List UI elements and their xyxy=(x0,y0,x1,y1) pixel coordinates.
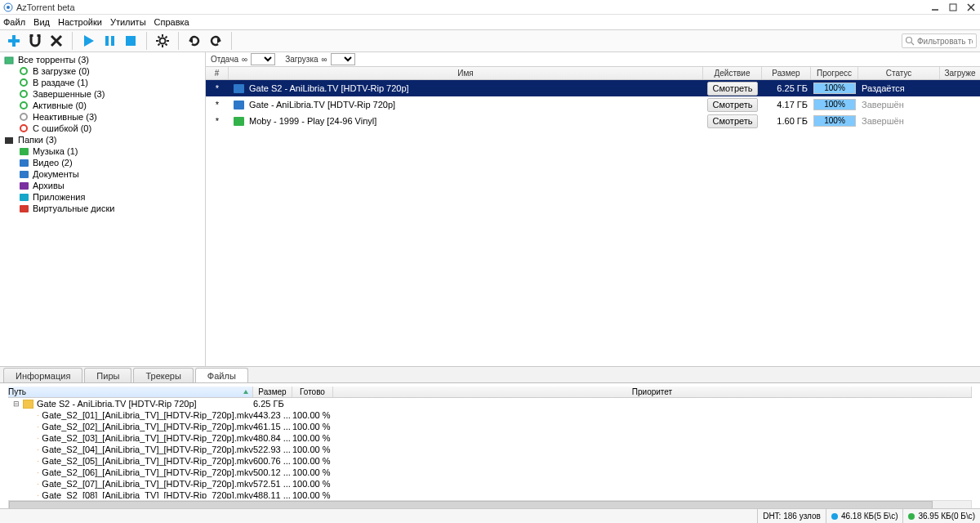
fcol-size[interactable]: Размер xyxy=(253,387,292,397)
svg-line-21 xyxy=(158,37,160,38)
col-idx[interactable]: # xyxy=(206,67,229,79)
torrents-icon xyxy=(3,54,15,65)
col-name[interactable]: Имя xyxy=(229,67,703,79)
sidebar-folder-item[interactable]: Виртуальные диски xyxy=(0,203,205,214)
col-progress[interactable]: Прогресс xyxy=(811,67,858,79)
svg-point-35 xyxy=(20,125,27,132)
svg-line-28 xyxy=(911,42,914,45)
torrent-row[interactable]: *Moby - 1999 - Play [24-96 Vinyl]Смотрет… xyxy=(206,113,980,129)
file-row[interactable]: Gate_S2_[08]_[AniLibria_TV]_[HDTV-Rip_72… xyxy=(8,489,972,498)
refresh-back-button[interactable] xyxy=(184,30,205,51)
sidebar-folder-item[interactable]: Документы xyxy=(0,168,205,180)
sidebar: Все торренты (3) В загрузке (0)В раздаче… xyxy=(0,52,206,366)
fcol-ready[interactable]: Готово xyxy=(292,387,333,397)
svg-rect-47 xyxy=(23,400,33,409)
add-magnet-button[interactable] xyxy=(24,30,46,51)
folder-icon xyxy=(18,180,29,191)
vlc-icon xyxy=(38,422,38,431)
menu-utilities[interactable]: Утилиты xyxy=(110,17,146,27)
expand-icon[interactable]: ⊟ xyxy=(13,400,20,408)
file-table-body: ⊟Gate S2 - AniLibria.TV [HDTV-Rip 720p]6… xyxy=(8,398,972,498)
file-row[interactable]: Gate_S2_[03]_[AniLibria_TV]_[HDTV-Rip_72… xyxy=(8,432,972,444)
tab-trackers[interactable]: Трекеры xyxy=(133,368,193,382)
svg-rect-42 xyxy=(20,205,29,212)
file-row[interactable]: Gate_S2_[02]_[AniLibria_TV]_[HDTV-Rip_72… xyxy=(8,421,972,432)
tab-peers[interactable]: Пиры xyxy=(84,368,131,382)
sidebar-folder-item[interactable]: Приложения xyxy=(0,191,205,203)
watch-button[interactable]: Смотреть xyxy=(707,114,758,128)
sidebar-folders-label: Папки (3) xyxy=(18,135,56,145)
col-uploaded[interactable]: Загруже xyxy=(940,67,980,79)
col-action[interactable]: Действие xyxy=(703,67,762,79)
video-icon xyxy=(234,84,244,93)
add-torrent-button[interactable] xyxy=(3,30,24,51)
col-status[interactable]: Статус xyxy=(858,67,940,79)
file-row[interactable]: Gate_S2_[05]_[AniLibria_TV]_[HDTV-Rip_72… xyxy=(8,455,972,467)
col-size[interactable]: Размер xyxy=(762,67,811,79)
toolbar-separator xyxy=(146,32,147,50)
menu-settings[interactable]: Настройки xyxy=(58,17,102,27)
svg-rect-41 xyxy=(20,194,29,201)
sidebar-filter-item[interactable]: Активные (0) xyxy=(0,100,205,111)
close-button[interactable] xyxy=(965,2,977,13)
pause-button[interactable] xyxy=(99,30,120,51)
upload-limit-select[interactable] xyxy=(251,53,275,65)
remove-button[interactable] xyxy=(46,30,67,51)
video-icon xyxy=(234,101,244,110)
svg-line-23 xyxy=(166,37,167,38)
download-limit-select[interactable] xyxy=(331,53,355,65)
file-row[interactable]: Gate_S2_[06]_[AniLibria_TV]_[HDTV-Rip_72… xyxy=(8,467,972,478)
sidebar-filter-item[interactable]: С ошибкой (0) xyxy=(0,123,205,134)
sidebar-filter-item[interactable]: В раздаче (1) xyxy=(0,77,205,88)
maximize-button[interactable] xyxy=(947,2,959,13)
torrent-row[interactable]: *Gate S2 - AniLibria.TV [HDTV-Rip 720p]С… xyxy=(206,80,980,96)
sidebar-filter-item[interactable]: Неактивные (3) xyxy=(0,111,205,123)
status-icon xyxy=(18,65,29,77)
status-icon xyxy=(18,111,29,123)
sidebar-folders-root[interactable]: Папки (3) xyxy=(0,134,205,145)
watch-button[interactable]: Смотреть xyxy=(707,82,758,96)
fcol-path[interactable]: Путь xyxy=(8,387,253,397)
file-row[interactable]: Gate_S2_[07]_[AniLibria_TV]_[HDTV-Rip_72… xyxy=(8,478,972,489)
vlc-icon xyxy=(38,457,38,466)
torrent-row[interactable]: *Gate - AniLibria.TV [HDTV-Rip 720p]Смот… xyxy=(206,96,980,113)
vlc-icon xyxy=(38,445,38,454)
tab-info[interactable]: Информация xyxy=(3,368,82,382)
menu-help[interactable]: Справка xyxy=(154,17,189,27)
sidebar-folder-item[interactable]: Видео (2) xyxy=(0,157,205,168)
svg-rect-36 xyxy=(5,137,13,144)
file-row[interactable]: Gate_S2_[01]_[AniLibria_TV]_[HDTV-Rip_72… xyxy=(8,409,972,421)
folder-icon xyxy=(18,203,29,214)
svg-point-33 xyxy=(20,102,27,109)
minimize-button[interactable] xyxy=(929,2,941,13)
svg-point-31 xyxy=(20,79,27,86)
svg-point-34 xyxy=(20,114,27,120)
upload-label: Отдача xyxy=(211,55,238,64)
toolbar xyxy=(0,29,980,52)
fcol-priority[interactable]: Приоритет xyxy=(333,387,972,397)
settings-button[interactable] xyxy=(152,30,173,51)
status-icon xyxy=(18,88,29,100)
main-panel: Отдача ∞ Загрузка ∞ # Имя Действие Разме… xyxy=(206,52,980,366)
svg-marker-12 xyxy=(84,35,94,47)
stop-button[interactable] xyxy=(120,30,141,51)
svg-marker-53 xyxy=(38,472,38,472)
sidebar-filter-item[interactable]: В загрузке (0) xyxy=(0,65,205,77)
svg-point-30 xyxy=(20,68,27,74)
sidebar-folder-item[interactable]: Музыка (1) xyxy=(0,145,205,157)
menu-file[interactable]: Файл xyxy=(3,17,25,27)
sidebar-all-torrents[interactable]: Все торренты (3) xyxy=(0,54,205,65)
file-row[interactable]: Gate_S2_[04]_[AniLibria_TV]_[HDTV-Rip_72… xyxy=(8,444,972,455)
svg-marker-51 xyxy=(38,449,38,449)
file-root-row[interactable]: ⊟Gate S2 - AniLibria.TV [HDTV-Rip 720p]6… xyxy=(8,398,972,409)
sidebar-folder-item[interactable]: Архивы xyxy=(0,180,205,191)
svg-rect-44 xyxy=(234,101,244,110)
svg-rect-45 xyxy=(234,117,244,126)
sidebar-filter-item[interactable]: Завершенные (3) xyxy=(0,88,205,100)
svg-marker-54 xyxy=(38,483,38,484)
tab-files[interactable]: Файлы xyxy=(195,368,248,382)
watch-button[interactable]: Смотреть xyxy=(707,98,758,112)
menu-view[interactable]: Вид xyxy=(33,17,50,27)
play-button[interactable] xyxy=(78,30,99,51)
refresh-forward-button[interactable] xyxy=(205,30,226,51)
